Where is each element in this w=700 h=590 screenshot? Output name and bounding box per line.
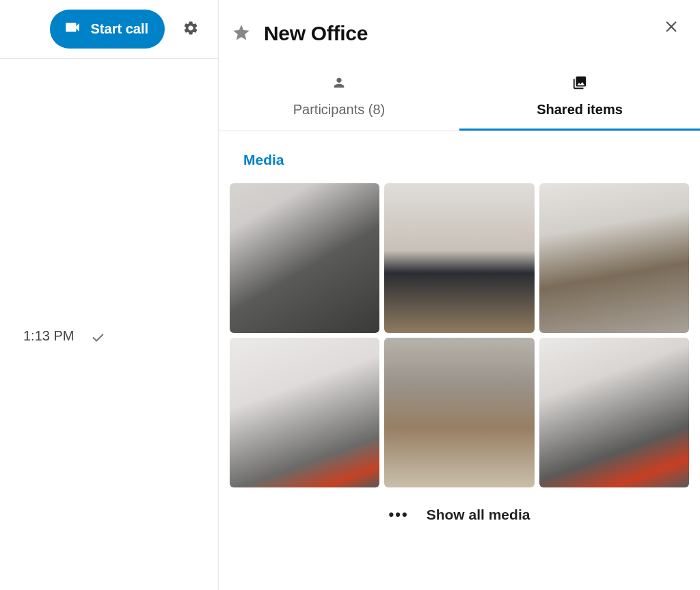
left-body: 1:13 PM: [0, 59, 218, 590]
favorite-button[interactable]: [231, 23, 252, 44]
ellipsis-icon: •••: [389, 507, 409, 522]
close-icon: [664, 26, 679, 36]
photo-thumbnail: [539, 183, 689, 333]
media-grid: [219, 174, 700, 489]
media-item[interactable]: [384, 183, 534, 333]
start-call-button[interactable]: Start call: [50, 10, 165, 49]
photo-thumbnail: [384, 338, 534, 487]
tab-participants-label: Participants (8): [293, 102, 386, 118]
photo-thumbnail: [230, 338, 379, 487]
photo-thumbnail: [384, 183, 534, 333]
media-item[interactable]: [230, 338, 379, 487]
conversation-title: New Office: [264, 22, 368, 45]
participants-icon: [332, 75, 347, 92]
start-call-label: Start call: [91, 21, 148, 37]
settings-button[interactable]: [180, 18, 202, 40]
photo-thumbnail: [230, 183, 379, 333]
photo-thumbnail: [539, 338, 689, 487]
left-header: Start call: [0, 0, 218, 59]
tabs: Participants (8) Shared items: [219, 67, 700, 131]
message-timestamp: 1:13 PM: [23, 328, 74, 344]
tab-shared-items[interactable]: Shared items: [459, 67, 700, 131]
media-item[interactable]: [539, 338, 689, 487]
media-item[interactable]: [230, 183, 379, 333]
gear-icon: [183, 20, 199, 38]
shared-items-icon: [572, 75, 587, 92]
panel-header: New Office: [219, 0, 700, 45]
camera-icon: [64, 18, 81, 40]
close-button[interactable]: [662, 18, 681, 37]
show-all-media-button[interactable]: ••• Show all media: [219, 489, 700, 530]
left-panel: Start call 1:13 PM: [0, 0, 219, 590]
show-all-media-label: Show all media: [427, 507, 530, 523]
star-icon: [232, 34, 251, 44]
tab-participants[interactable]: Participants (8): [219, 67, 459, 131]
media-item[interactable]: [539, 183, 689, 333]
media-item[interactable]: [384, 338, 534, 487]
tab-shared-items-label: Shared items: [537, 102, 623, 118]
details-panel: New Office Participants (8) Shared items…: [219, 0, 700, 590]
media-section-title[interactable]: Media: [219, 131, 700, 174]
check-icon: [90, 328, 105, 348]
